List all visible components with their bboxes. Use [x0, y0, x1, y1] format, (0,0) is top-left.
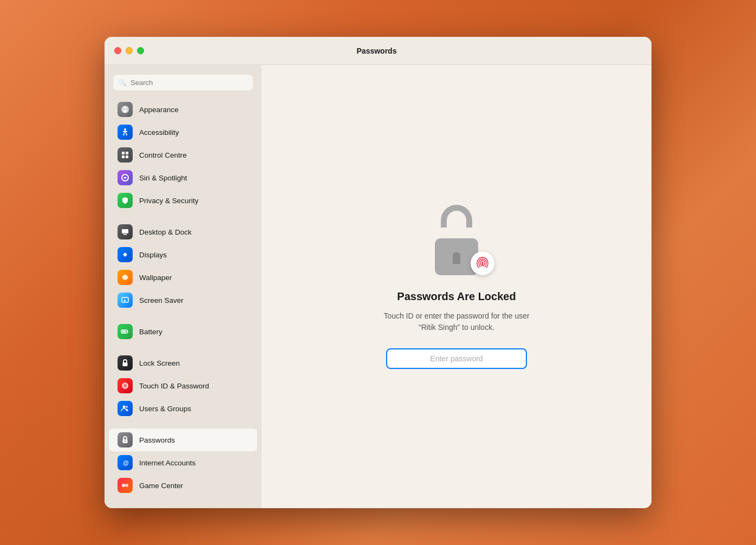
lock-keyhole: [453, 252, 460, 264]
sidebar-item-control-centre[interactable]: Control Centre: [109, 144, 257, 166]
privacy-icon: [118, 193, 133, 208]
svg-point-3: [124, 128, 126, 131]
touchid-icon: [118, 378, 133, 393]
sidebar-item-gamecenter[interactable]: Game Center: [109, 474, 257, 497]
search-container: 🔍: [105, 72, 262, 98]
internet-icon: @: [118, 455, 133, 470]
desktop-label: Desktop & Dock: [139, 228, 192, 236]
appearance-label: Appearance: [139, 106, 179, 114]
lock-illustration: [424, 205, 489, 275]
touchid-label: Touch ID & Password: [139, 382, 209, 390]
sidebar-item-wallpaper[interactable]: Wallpaper: [109, 266, 257, 289]
wallpaper-icon: [118, 270, 133, 285]
siri-icon: [118, 170, 133, 185]
users-label: Users & Groups: [139, 405, 191, 413]
search-input[interactable]: [113, 75, 253, 90]
svg-rect-8: [122, 152, 125, 154]
lock-rectangle: [435, 238, 478, 275]
sidebar: 🔍 Appearance Accessibility: [105, 65, 262, 508]
titlebar: Passwords: [105, 37, 651, 65]
sidebar-item-desktop[interactable]: Desktop & Dock: [109, 220, 257, 243]
locked-subtitle: Touch ID or enter the password for the u…: [383, 310, 529, 333]
svg-point-25: [126, 406, 128, 408]
sidebar-item-siri[interactable]: Siri & Spotlight: [109, 166, 257, 189]
screensaver-label: Screen Saver: [139, 296, 184, 304]
close-button[interactable]: [114, 47, 121, 54]
screensaver-icon: [118, 293, 133, 308]
sidebar-item-keyboard[interactable]: Keyboard: [109, 505, 257, 508]
sidebar-item-privacy[interactable]: Privacy & Security: [109, 189, 257, 212]
svg-point-23: [125, 385, 126, 386]
wallpaper-label: Wallpaper: [139, 274, 172, 282]
minimize-button[interactable]: [126, 47, 133, 54]
locked-title: Passwords Are Locked: [397, 290, 516, 303]
locked-subtitle-line2: “Ritik Singh” to unlock.: [419, 323, 494, 332]
main-content: Passwords Are Locked Touch ID or enter t…: [262, 65, 651, 508]
svg-text:@: @: [123, 459, 129, 466]
svg-line-7: [126, 133, 127, 135]
users-icon: [118, 401, 133, 416]
svg-rect-16: [122, 297, 128, 302]
sidebar-item-users[interactable]: Users & Groups: [109, 397, 257, 420]
battery-icon: [118, 324, 133, 339]
sidebar-item-appearance[interactable]: Appearance: [109, 98, 257, 121]
internet-label: Internet Accounts: [139, 459, 195, 467]
sidebar-item-accessibility[interactable]: Accessibility: [109, 121, 257, 144]
fingerprint-svg: [474, 255, 491, 271]
siri-label: Siri & Spotlight: [139, 174, 187, 182]
displays-label: Displays: [139, 251, 167, 259]
svg-point-1: [124, 107, 126, 109]
sidebar-item-displays[interactable]: Displays: [109, 243, 257, 266]
lock-shackle: [441, 205, 472, 228]
svg-rect-11: [126, 155, 128, 158]
battery-label: Battery: [139, 328, 162, 336]
fingerprint-badge: [471, 251, 494, 275]
svg-point-29: [122, 484, 125, 487]
svg-rect-2: [123, 110, 127, 112]
svg-point-30: [125, 484, 128, 487]
sidebar-item-passwords[interactable]: Passwords: [109, 429, 257, 451]
system-preferences-window: Passwords 🔍 Appearance: [105, 37, 651, 508]
desktop-icon: [118, 224, 133, 239]
svg-rect-20: [123, 362, 128, 366]
svg-rect-18: [127, 331, 128, 332]
traffic-lights: [114, 47, 144, 54]
maximize-button[interactable]: [137, 47, 144, 54]
control-centre-icon: [118, 147, 133, 163]
window-title: Passwords: [144, 47, 609, 55]
privacy-label: Privacy & Security: [139, 197, 199, 205]
svg-rect-14: [123, 234, 127, 235]
gamecenter-label: Game Center: [139, 482, 183, 490]
svg-rect-9: [126, 152, 128, 154]
content-area: 🔍 Appearance Accessibility: [105, 65, 651, 508]
lockscreen-label: Lock Screen: [139, 359, 180, 367]
svg-point-24: [123, 406, 126, 408]
sidebar-item-touchid[interactable]: Touch ID & Password: [109, 374, 257, 397]
svg-point-27: [125, 440, 126, 442]
locked-subtitle-line1: Touch ID or enter the password for the u…: [383, 312, 529, 320]
control-centre-label: Control Centre: [139, 151, 187, 159]
sidebar-item-battery[interactable]: Battery: [109, 320, 257, 343]
svg-rect-19: [122, 331, 126, 333]
sidebar-item-screensaver[interactable]: Screen Saver: [109, 289, 257, 312]
svg-rect-10: [122, 155, 125, 158]
gamecenter-icon: [118, 478, 133, 493]
passwords-label: Passwords: [139, 436, 175, 444]
sidebar-item-internet[interactable]: @ Internet Accounts: [109, 451, 257, 474]
accessibility-icon: [118, 125, 133, 140]
svg-line-6: [123, 133, 124, 135]
password-input[interactable]: [386, 348, 527, 369]
lockscreen-icon: [118, 355, 133, 371]
accessibility-label: Accessibility: [139, 128, 179, 137]
displays-icon: [118, 247, 133, 262]
passwords-icon: [118, 432, 133, 447]
sidebar-item-lockscreen[interactable]: Lock Screen: [109, 352, 257, 374]
svg-rect-13: [122, 229, 128, 233]
search-wrapper: 🔍: [113, 75, 253, 90]
appearance-icon: [118, 102, 133, 117]
